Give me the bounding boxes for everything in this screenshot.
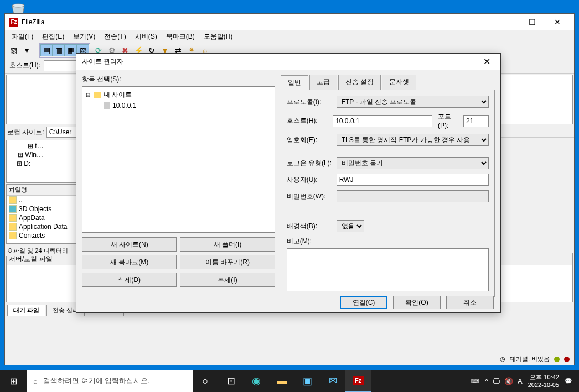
taskview-icon[interactable]: ⊡ xyxy=(218,370,244,392)
site-tree[interactable]: ⊟ 내 사이트 10.0.0.1 xyxy=(82,86,275,233)
logon-type-label: 로그온 유형(L): xyxy=(287,159,333,168)
toggle-remote-icon[interactable]: ▦ xyxy=(65,44,77,56)
svg-point-0 xyxy=(12,4,24,7)
server-icon xyxy=(104,102,110,109)
tree-root[interactable]: ⊟ 내 사이트 xyxy=(85,89,272,101)
edge-icon[interactable]: ◉ xyxy=(244,370,269,392)
folder-icon xyxy=(9,232,17,239)
tab-content-general: 프로토콜(t): FTP - 파일 전송 프로토콜 호스트(H): 포트(P):… xyxy=(281,90,495,297)
queue-status-icon: ◷ xyxy=(500,356,505,363)
statusbar: ◷ 대기열: 비었음 xyxy=(5,353,574,365)
menu-view[interactable]: 보기(V) xyxy=(69,32,100,41)
folder-icon xyxy=(9,205,17,213)
menu-transfer[interactable]: 전송(T) xyxy=(100,32,130,41)
host-label: 호스트(H): xyxy=(287,116,330,126)
new-folder-button[interactable]: 새 폴더(f) xyxy=(180,237,275,252)
logon-type-select[interactable]: 비밀번호 묻기 xyxy=(337,157,489,169)
connect-button[interactable]: 연결(C) xyxy=(340,296,387,309)
menu-server[interactable]: 서버(S) xyxy=(131,32,162,41)
password-label: 비밀번호(W): xyxy=(287,192,333,201)
encryption-label: 암호화(E): xyxy=(287,135,333,145)
host-field[interactable] xyxy=(333,115,432,127)
host-label: 호스트(H): xyxy=(9,61,40,70)
tab-transfer[interactable]: 전송 설정 xyxy=(338,75,381,90)
mail-icon[interactable]: ✉ xyxy=(320,370,345,392)
dialog-title: 사이트 관리자 xyxy=(82,57,478,66)
taskbar: ⊞ ⌕ 검색하려면 여기에 입력하십시오. ○ ⊡ ◉ ▬ ▣ ✉ Fz ⌨ ^… xyxy=(0,370,579,392)
rename-button[interactable]: 이름 바꾸기(R) xyxy=(180,255,275,269)
dialog-close-button[interactable]: ✕ xyxy=(478,54,495,70)
new-bookmark-button[interactable]: 새 북마크(M) xyxy=(82,255,177,269)
dialog-titlebar: 사이트 관리자 ✕ xyxy=(76,54,500,70)
user-field[interactable] xyxy=(337,174,489,186)
tab-advanced[interactable]: 고급 xyxy=(309,75,337,90)
close-button[interactable]: ✕ xyxy=(545,14,570,30)
tree-site-item[interactable]: 10.0.0.1 xyxy=(85,101,272,111)
search-box[interactable]: ⌕ 검색하려면 여기에 입력하십시오. xyxy=(27,370,193,392)
window-title: FileZilla xyxy=(22,18,495,26)
status-dot-1 xyxy=(554,357,560,362)
explorer-icon[interactable]: ▬ xyxy=(269,370,294,392)
folder-icon xyxy=(9,223,17,231)
menu-bookmarks[interactable]: 북마크(B) xyxy=(162,32,199,41)
minimize-button[interactable]: — xyxy=(495,14,520,30)
port-label: 포트(P): xyxy=(438,112,460,129)
tab-general[interactable]: 일반 xyxy=(281,75,308,90)
store-icon[interactable]: ▣ xyxy=(294,370,320,392)
menu-help[interactable]: 도움말(H) xyxy=(199,32,237,41)
system-tray: ⌨ ^ 🖵 🔇 A 오후 10:42 2022-10-05 💬 xyxy=(464,373,579,389)
search-icon: ⌕ xyxy=(33,377,38,385)
search-placeholder: 검색하려면 여기에 입력하십시오. xyxy=(43,376,150,386)
toggle-local-icon[interactable]: ▥ xyxy=(53,44,65,56)
protocol-select[interactable]: FTP - 파일 전송 프로토콜 xyxy=(337,96,489,108)
memo-label: 비고(M): xyxy=(287,237,489,246)
tab-charset[interactable]: 문자셋 xyxy=(382,75,416,90)
dropdown-icon[interactable]: ▾ xyxy=(20,44,33,56)
status-dot-2 xyxy=(564,357,570,362)
filezilla-task-icon[interactable]: Fz xyxy=(345,370,371,392)
duplicate-button[interactable]: 복제(I) xyxy=(180,273,275,287)
select-entry-label: 항목 선택(S): xyxy=(82,75,275,84)
port-field[interactable] xyxy=(463,115,489,127)
maximize-button[interactable]: ☐ xyxy=(520,14,545,30)
col-filename[interactable]: 파일명 xyxy=(9,186,27,194)
queue-status-text: 대기열: 비었음 xyxy=(510,355,550,363)
menubar: 파일(F) 편집(E) 보기(V) 전송(T) 서버(S) 북마크(B) 도움말… xyxy=(5,30,574,43)
tray-keyboard-icon[interactable]: ⌨ xyxy=(471,378,479,385)
folder-icon xyxy=(94,92,101,98)
tray-volume-icon[interactable]: 🔇 xyxy=(504,377,513,385)
bgcolor-label: 배경색(B): xyxy=(287,222,333,231)
encryption-select[interactable]: TLS를 통한 명시적 FTP가 가능한 경우 사용 xyxy=(337,134,489,146)
password-field[interactable] xyxy=(337,190,489,202)
local-site-label: 로컬 사이트: xyxy=(7,128,44,137)
app-icon: Fz xyxy=(9,18,18,27)
tab-queued[interactable]: 대기 파일 xyxy=(7,305,45,316)
delete-button[interactable]: 삭제(D) xyxy=(82,273,177,287)
new-site-button[interactable]: 새 사이트(N) xyxy=(82,237,177,252)
dialog-tabs: 일반 고급 전송 설정 문자셋 xyxy=(281,75,495,90)
start-button[interactable]: ⊞ xyxy=(0,370,27,392)
sitemanager-icon[interactable]: ▧ xyxy=(7,44,19,56)
protocol-label: 프로토콜(t): xyxy=(287,97,333,107)
user-label: 사용자(U): xyxy=(287,175,333,185)
cortana-icon[interactable]: ○ xyxy=(193,370,218,392)
notifications-icon[interactable]: 💬 xyxy=(565,378,572,385)
bgcolor-select[interactable]: 없음 xyxy=(337,220,364,232)
menu-file[interactable]: 파일(F) xyxy=(7,32,38,41)
tray-ime-icon[interactable]: A xyxy=(518,377,523,385)
folder-icon xyxy=(9,214,17,222)
tray-display-icon[interactable]: 🖵 xyxy=(493,377,500,385)
tray-up-icon[interactable]: ^ xyxy=(485,377,488,385)
toggle-log-icon[interactable]: ▤ xyxy=(40,44,53,56)
folder-icon xyxy=(9,196,17,204)
tree-toggle-icon[interactable]: ⊟ xyxy=(85,92,91,98)
memo-textarea[interactable] xyxy=(287,248,489,291)
cancel-button[interactable]: 취소 xyxy=(446,296,494,309)
menu-edit[interactable]: 편집(E) xyxy=(38,32,69,41)
ok-button[interactable]: 확인(O) xyxy=(393,296,441,309)
tray-clock[interactable]: 오후 10:42 2022-10-05 xyxy=(528,373,559,389)
titlebar: Fz FileZilla — ☐ ✕ xyxy=(5,14,574,30)
site-manager-dialog: 사이트 관리자 ✕ 항목 선택(S): ⊟ 내 사이트 10.0.0.1 새 사… xyxy=(76,53,501,313)
